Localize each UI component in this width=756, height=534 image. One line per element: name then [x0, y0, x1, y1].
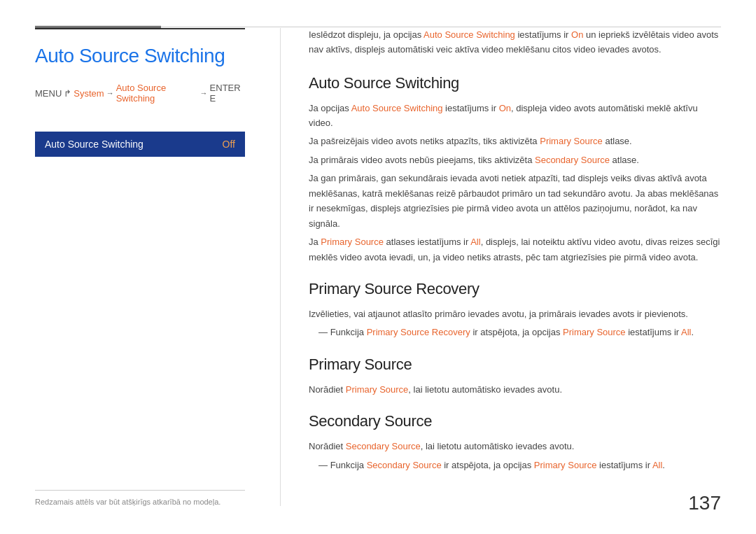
page-title: Auto Source Switching — [35, 45, 245, 67]
breadcrumb-system: System — [74, 88, 104, 99]
section-body-psr: Izvēlieties, vai atjaunot atlasīto primā… — [309, 307, 721, 340]
section-body-ps: Norādiet Primary Source, lai lietotu aut… — [309, 382, 721, 397]
top-rule — [35, 27, 721, 27]
intro-highlight-1: Auto Source Switching — [424, 29, 515, 40]
intro-paragraph: Ieslēdzot displeju, ja opcijas Auto Sour… — [309, 28, 721, 57]
section-auto-source-switching: Auto Source Switching Ja opcijas Auto So… — [309, 74, 721, 265]
breadcrumb-menu-icon: ↱ — [64, 88, 71, 99]
section-title-psr: Primary Source Recovery — [309, 280, 721, 298]
left-bottom: Redzamais attēls var būt atšķirīgs atkar… — [35, 476, 245, 506]
section-title-ps: Primary Source — [309, 356, 721, 374]
section-primary-source-recovery: Primary Source Recovery Izvēlieties, vai… — [309, 280, 721, 340]
section-body-ss: Norādiet Secondary Source, lai lietotu a… — [309, 439, 721, 472]
left-panel: Auto Source Switching MENU ↱ System → Au… — [35, 28, 273, 506]
breadcrumb-enter: ENTER E — [210, 83, 245, 104]
right-panel: Ieslēdzot displeju, ja opcijas Auto Sour… — [302, 28, 721, 506]
section-title-auto: Auto Source Switching — [309, 74, 721, 92]
menu-item-label: Auto Source Switching — [45, 139, 144, 150]
breadcrumb-link: Auto Source Switching — [116, 83, 198, 104]
note-text: Redzamais attēls var būt atšķirīgs atkar… — [35, 498, 245, 506]
section-divider — [35, 28, 245, 29]
intro-highlight-2: On — [571, 29, 583, 40]
section-secondary-source: Secondary Source Norādiet Secondary Sour… — [309, 412, 721, 472]
section-title-ss: Secondary Source — [309, 412, 721, 430]
breadcrumb-menu: MENU — [35, 88, 62, 99]
section-body-auto: Ja opcijas Auto Source Switching iestatī… — [309, 101, 721, 265]
breadcrumb: MENU ↱ System → Auto Source Switching → … — [35, 83, 245, 104]
breadcrumb-arrow-2: → — [200, 89, 208, 97]
vertical-divider — [280, 28, 281, 506]
left-bottom-divider — [35, 490, 245, 491]
menu-item-box[interactable]: Auto Source Switching Off — [35, 132, 245, 157]
page-number: 137 — [688, 492, 721, 514]
section-primary-source: Primary Source Norādiet Primary Source, … — [309, 356, 721, 397]
menu-item-value: Off — [223, 139, 235, 150]
breadcrumb-arrow-1: → — [106, 89, 114, 97]
